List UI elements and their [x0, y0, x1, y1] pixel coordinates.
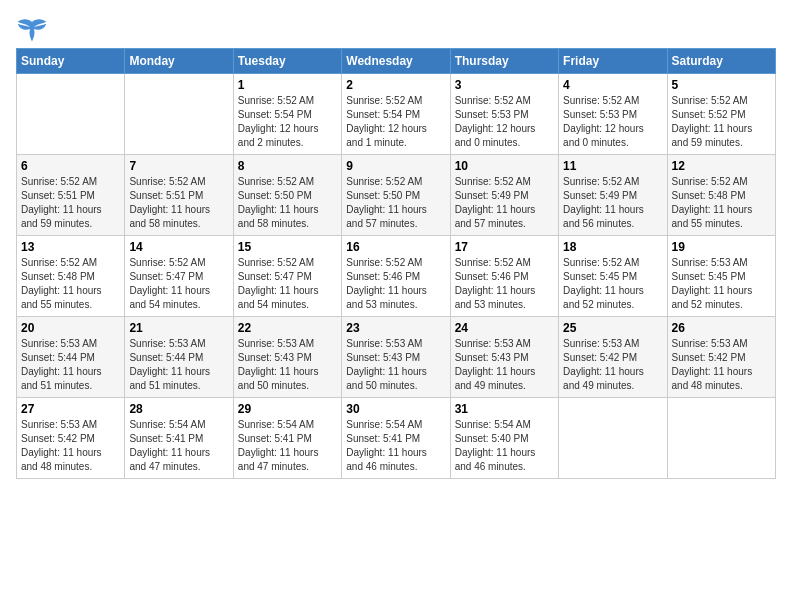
calendar-cell [667, 398, 775, 479]
day-info: Sunrise: 5:53 AMSunset: 5:43 PMDaylight:… [455, 337, 554, 393]
day-number: 28 [129, 402, 228, 416]
day-header-saturday: Saturday [667, 49, 775, 74]
calendar-cell: 23Sunrise: 5:53 AMSunset: 5:43 PMDayligh… [342, 317, 450, 398]
calendar-cell: 8Sunrise: 5:52 AMSunset: 5:50 PMDaylight… [233, 155, 341, 236]
day-number: 10 [455, 159, 554, 173]
day-info: Sunrise: 5:54 AMSunset: 5:41 PMDaylight:… [346, 418, 445, 474]
day-number: 7 [129, 159, 228, 173]
calendar-cell: 3Sunrise: 5:52 AMSunset: 5:53 PMDaylight… [450, 74, 558, 155]
day-info: Sunrise: 5:52 AMSunset: 5:49 PMDaylight:… [455, 175, 554, 231]
day-header-monday: Monday [125, 49, 233, 74]
day-info: Sunrise: 5:52 AMSunset: 5:50 PMDaylight:… [238, 175, 337, 231]
day-number: 6 [21, 159, 120, 173]
day-number: 11 [563, 159, 662, 173]
day-info: Sunrise: 5:53 AMSunset: 5:42 PMDaylight:… [21, 418, 120, 474]
calendar-cell: 16Sunrise: 5:52 AMSunset: 5:46 PMDayligh… [342, 236, 450, 317]
calendar-cell: 28Sunrise: 5:54 AMSunset: 5:41 PMDayligh… [125, 398, 233, 479]
calendar-cell: 10Sunrise: 5:52 AMSunset: 5:49 PMDayligh… [450, 155, 558, 236]
day-number: 29 [238, 402, 337, 416]
day-number: 2 [346, 78, 445, 92]
calendar-cell: 4Sunrise: 5:52 AMSunset: 5:53 PMDaylight… [559, 74, 667, 155]
day-info: Sunrise: 5:52 AMSunset: 5:46 PMDaylight:… [455, 256, 554, 312]
day-info: Sunrise: 5:52 AMSunset: 5:47 PMDaylight:… [129, 256, 228, 312]
day-info: Sunrise: 5:53 AMSunset: 5:45 PMDaylight:… [672, 256, 771, 312]
day-number: 20 [21, 321, 120, 335]
day-info: Sunrise: 5:53 AMSunset: 5:43 PMDaylight:… [346, 337, 445, 393]
day-header-tuesday: Tuesday [233, 49, 341, 74]
calendar-header-row: SundayMondayTuesdayWednesdayThursdayFrid… [17, 49, 776, 74]
day-header-friday: Friday [559, 49, 667, 74]
logo-icon [16, 16, 48, 44]
day-number: 31 [455, 402, 554, 416]
day-number: 23 [346, 321, 445, 335]
day-number: 5 [672, 78, 771, 92]
day-number: 14 [129, 240, 228, 254]
day-number: 21 [129, 321, 228, 335]
day-number: 8 [238, 159, 337, 173]
day-info: Sunrise: 5:52 AMSunset: 5:48 PMDaylight:… [21, 256, 120, 312]
calendar-week-4: 20Sunrise: 5:53 AMSunset: 5:44 PMDayligh… [17, 317, 776, 398]
day-info: Sunrise: 5:52 AMSunset: 5:52 PMDaylight:… [672, 94, 771, 150]
calendar-cell: 2Sunrise: 5:52 AMSunset: 5:54 PMDaylight… [342, 74, 450, 155]
calendar-week-5: 27Sunrise: 5:53 AMSunset: 5:42 PMDayligh… [17, 398, 776, 479]
day-info: Sunrise: 5:53 AMSunset: 5:42 PMDaylight:… [563, 337, 662, 393]
day-info: Sunrise: 5:52 AMSunset: 5:49 PMDaylight:… [563, 175, 662, 231]
day-number: 26 [672, 321, 771, 335]
day-number: 13 [21, 240, 120, 254]
calendar-cell: 24Sunrise: 5:53 AMSunset: 5:43 PMDayligh… [450, 317, 558, 398]
calendar-cell: 6Sunrise: 5:52 AMSunset: 5:51 PMDaylight… [17, 155, 125, 236]
calendar-cell: 1Sunrise: 5:52 AMSunset: 5:54 PMDaylight… [233, 74, 341, 155]
day-info: Sunrise: 5:53 AMSunset: 5:44 PMDaylight:… [21, 337, 120, 393]
calendar-cell: 29Sunrise: 5:54 AMSunset: 5:41 PMDayligh… [233, 398, 341, 479]
day-header-wednesday: Wednesday [342, 49, 450, 74]
day-number: 22 [238, 321, 337, 335]
day-number: 18 [563, 240, 662, 254]
calendar-cell: 22Sunrise: 5:53 AMSunset: 5:43 PMDayligh… [233, 317, 341, 398]
calendar-cell: 30Sunrise: 5:54 AMSunset: 5:41 PMDayligh… [342, 398, 450, 479]
day-info: Sunrise: 5:52 AMSunset: 5:53 PMDaylight:… [455, 94, 554, 150]
day-info: Sunrise: 5:52 AMSunset: 5:47 PMDaylight:… [238, 256, 337, 312]
day-number: 16 [346, 240, 445, 254]
day-info: Sunrise: 5:52 AMSunset: 5:54 PMDaylight:… [238, 94, 337, 150]
calendar-cell: 14Sunrise: 5:52 AMSunset: 5:47 PMDayligh… [125, 236, 233, 317]
calendar-cell [559, 398, 667, 479]
calendar-cell [17, 74, 125, 155]
calendar-cell: 19Sunrise: 5:53 AMSunset: 5:45 PMDayligh… [667, 236, 775, 317]
calendar-cell: 27Sunrise: 5:53 AMSunset: 5:42 PMDayligh… [17, 398, 125, 479]
day-header-sunday: Sunday [17, 49, 125, 74]
day-number: 9 [346, 159, 445, 173]
day-number: 15 [238, 240, 337, 254]
day-number: 17 [455, 240, 554, 254]
day-number: 19 [672, 240, 771, 254]
day-info: Sunrise: 5:52 AMSunset: 5:51 PMDaylight:… [129, 175, 228, 231]
calendar-week-3: 13Sunrise: 5:52 AMSunset: 5:48 PMDayligh… [17, 236, 776, 317]
calendar-cell: 5Sunrise: 5:52 AMSunset: 5:52 PMDaylight… [667, 74, 775, 155]
calendar-cell: 17Sunrise: 5:52 AMSunset: 5:46 PMDayligh… [450, 236, 558, 317]
calendar-cell: 25Sunrise: 5:53 AMSunset: 5:42 PMDayligh… [559, 317, 667, 398]
day-number: 4 [563, 78, 662, 92]
day-info: Sunrise: 5:53 AMSunset: 5:44 PMDaylight:… [129, 337, 228, 393]
calendar-cell: 31Sunrise: 5:54 AMSunset: 5:40 PMDayligh… [450, 398, 558, 479]
calendar-cell: 9Sunrise: 5:52 AMSunset: 5:50 PMDaylight… [342, 155, 450, 236]
calendar-cell: 13Sunrise: 5:52 AMSunset: 5:48 PMDayligh… [17, 236, 125, 317]
day-number: 1 [238, 78, 337, 92]
day-info: Sunrise: 5:54 AMSunset: 5:40 PMDaylight:… [455, 418, 554, 474]
day-info: Sunrise: 5:52 AMSunset: 5:45 PMDaylight:… [563, 256, 662, 312]
day-info: Sunrise: 5:53 AMSunset: 5:43 PMDaylight:… [238, 337, 337, 393]
calendar-cell: 21Sunrise: 5:53 AMSunset: 5:44 PMDayligh… [125, 317, 233, 398]
day-info: Sunrise: 5:52 AMSunset: 5:46 PMDaylight:… [346, 256, 445, 312]
day-number: 24 [455, 321, 554, 335]
calendar-cell: 20Sunrise: 5:53 AMSunset: 5:44 PMDayligh… [17, 317, 125, 398]
calendar-cell: 15Sunrise: 5:52 AMSunset: 5:47 PMDayligh… [233, 236, 341, 317]
day-info: Sunrise: 5:53 AMSunset: 5:42 PMDaylight:… [672, 337, 771, 393]
day-header-thursday: Thursday [450, 49, 558, 74]
day-number: 27 [21, 402, 120, 416]
calendar-week-1: 1Sunrise: 5:52 AMSunset: 5:54 PMDaylight… [17, 74, 776, 155]
calendar-cell: 7Sunrise: 5:52 AMSunset: 5:51 PMDaylight… [125, 155, 233, 236]
day-number: 25 [563, 321, 662, 335]
day-number: 12 [672, 159, 771, 173]
day-number: 3 [455, 78, 554, 92]
calendar-cell: 18Sunrise: 5:52 AMSunset: 5:45 PMDayligh… [559, 236, 667, 317]
calendar-week-2: 6Sunrise: 5:52 AMSunset: 5:51 PMDaylight… [17, 155, 776, 236]
calendar-cell [125, 74, 233, 155]
